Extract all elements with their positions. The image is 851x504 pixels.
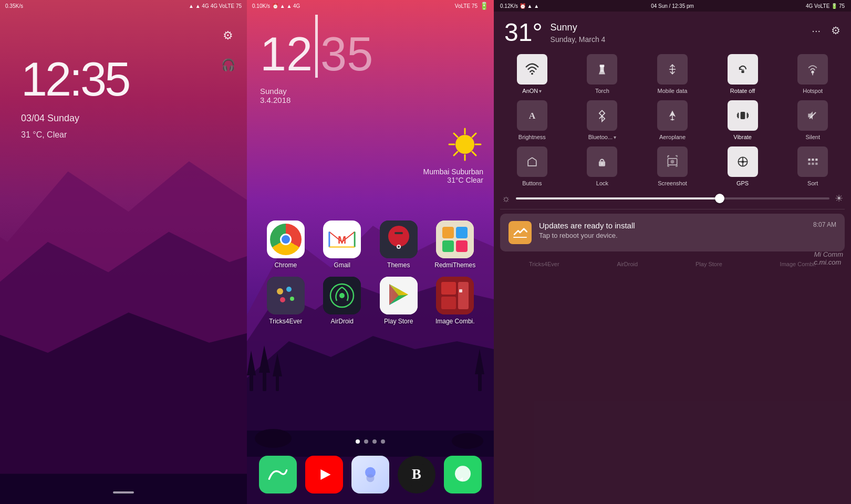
svg-rect-46 <box>267 277 305 314</box>
notif-status-bar: 0.12K/s ⏰ ▲ ▲ 04 Sun / 12:35 pm 4G VoLTE… <box>494 0 851 12</box>
notification-card[interactable]: Updates are ready to install Tap to rebo… <box>500 214 845 251</box>
svg-rect-101 <box>808 163 811 165</box>
toggle-torch[interactable]: Torch <box>569 54 636 94</box>
torch-label: Torch <box>595 88 609 94</box>
dock-app-messages[interactable] <box>444 456 482 494</box>
lock-date: 03/04 Sunday <box>21 113 79 124</box>
svg-rect-99 <box>812 159 814 161</box>
vibrate-label: Vibrate <box>733 134 752 140</box>
silent-label: Silent <box>805 134 820 140</box>
toggle-bluetooth[interactable]: Bluetoo... ▾ <box>569 100 636 140</box>
svg-point-47 <box>277 288 283 295</box>
toggle-lock[interactable]: Lock <box>569 146 636 186</box>
lock-status-speed: 0.35K/s <box>5 3 23 9</box>
notif-weather-info: Sunny Sunday, March 4 <box>551 22 606 44</box>
sort-label: Sort <box>807 180 818 186</box>
app-redmithemes[interactable]: RedmiThemes <box>430 220 480 269</box>
tricks4ever-label: Tricks4Ever <box>269 318 302 325</box>
dot-4 <box>381 439 385 444</box>
dock-app-green[interactable] <box>259 456 297 494</box>
notif-condition: Sunny <box>551 22 606 33</box>
app-tricks4ever[interactable]: Tricks4Ever <box>261 277 310 325</box>
toggle-sort[interactable]: Sort <box>780 146 846 186</box>
chrome-label: Chrome <box>274 261 297 269</box>
app-playstore[interactable]: Play Store <box>373 277 423 325</box>
lock-battery: 4G VoLTE 75 <box>211 3 242 9</box>
brightness-icon-wrap: A <box>517 100 547 131</box>
quick-toggles-row1: AnON ▾ Torch <box>494 51 851 97</box>
svg-point-40 <box>398 246 400 248</box>
svg-rect-16 <box>263 370 266 391</box>
toggle-aeroplane[interactable]: Aeroplane <box>639 100 705 140</box>
svg-point-50 <box>290 297 294 301</box>
divider <box>500 209 845 209</box>
toggle-mobile-data[interactable]: Mobile data <box>639 54 705 94</box>
app-themes[interactable]: Themes <box>373 220 423 269</box>
notif-status-speed: 0.12K/s ⏰ ▲ ▲ <box>500 3 615 9</box>
svg-rect-98 <box>808 159 811 161</box>
toggle-hotspot[interactable]: Hotspot <box>780 54 846 94</box>
imagecomb-label: Image Combi. <box>435 318 475 325</box>
app-airdroid[interactable]: AirDroid <box>317 277 367 325</box>
lock-label: Lock <box>596 180 608 186</box>
app-gmail[interactable]: M Gmail <box>317 220 367 269</box>
svg-point-93 <box>741 160 744 163</box>
brightness-row: ☼ ☀ <box>494 190 851 207</box>
svg-rect-44 <box>442 240 454 252</box>
settings-icon[interactable]: ⚙ <box>831 24 840 37</box>
gmail-icon: M <box>323 220 361 258</box>
playstore-label: Play Store <box>384 318 413 325</box>
svg-marker-61 <box>320 469 330 480</box>
svg-point-63 <box>367 474 375 482</box>
brightness-slider[interactable] <box>516 197 830 200</box>
svg-point-68 <box>531 73 533 75</box>
home-status-bar: 0.10K/s ⏰ ▲ ▲ 4G VoLTE 75 🔋 <box>247 0 494 12</box>
app-imagecomb[interactable]: Image Combi. <box>430 277 480 325</box>
torch-icon-wrap <box>587 54 617 85</box>
app-chrome[interactable]: Chrome <box>261 220 310 269</box>
dock-app-youtube[interactable] <box>305 456 343 494</box>
toggle-silent[interactable]: Silent <box>780 100 846 140</box>
more-options-icon[interactable]: ··· <box>812 25 821 37</box>
vibrate-icon-wrap <box>728 100 758 131</box>
lock-screen: 0.35K/s ▲ ▲ 4G 4G VoLTE 75 ⚙ 🎧 12:35 03/… <box>0 0 247 504</box>
svg-point-87 <box>601 163 603 165</box>
notif-status-time: 04 Sun / 12:35 pm <box>615 3 730 9</box>
svg-text:A: A <box>529 111 536 121</box>
svg-point-49 <box>280 297 285 302</box>
hotspot-label: Hotspot <box>803 88 823 94</box>
playstore-icon <box>380 277 418 314</box>
screenshot-label: Screenshot <box>658 180 687 186</box>
sort-icon-wrap <box>797 146 828 177</box>
settings-icon[interactable]: ⚙ <box>219 26 237 45</box>
toggle-rotate[interactable]: Rotate off <box>710 54 776 94</box>
home-date: Sunday 3.4.2018 <box>260 87 290 104</box>
headphone-icon: 🎧 <box>219 56 237 75</box>
gps-icon-wrap <box>728 146 758 177</box>
sun-icon <box>447 126 483 163</box>
toggle-brightness[interactable]: A Brightness <box>499 100 565 140</box>
svg-line-85 <box>532 158 536 160</box>
lock-status-right: ▲ ▲ 4G 4G VoLTE 75 <box>189 3 242 9</box>
lock-signal-icons: ▲ ▲ 4G <box>189 3 209 9</box>
svg-rect-73 <box>741 71 744 73</box>
imagecomb-icon <box>436 277 474 314</box>
toggle-gps[interactable]: GPS <box>710 146 776 186</box>
toggle-screenshot[interactable]: Screenshot <box>639 146 705 186</box>
brightness-fill <box>516 197 720 200</box>
quick-toggles-row3: Buttons Lock <box>494 144 851 189</box>
toggle-buttons[interactable]: Buttons <box>499 146 565 186</box>
svg-rect-7 <box>0 474 247 504</box>
svg-rect-45 <box>456 240 468 252</box>
svg-rect-14 <box>250 373 253 391</box>
svg-rect-43 <box>456 227 468 238</box>
toggle-vibrate[interactable]: Vibrate <box>710 100 776 140</box>
dock-app-blue[interactable] <box>351 456 389 494</box>
mobile-data-label: Mobile data <box>658 88 688 94</box>
buttons-label: Buttons <box>522 180 542 186</box>
bluetooth-caret: ▾ <box>614 134 616 140</box>
svg-text:B: B <box>412 466 421 482</box>
themes-label: Themes <box>387 261 410 269</box>
toggle-anon[interactable]: AnON ▾ <box>499 54 565 94</box>
dock-app-bwidget[interactable]: B <box>398 456 435 494</box>
